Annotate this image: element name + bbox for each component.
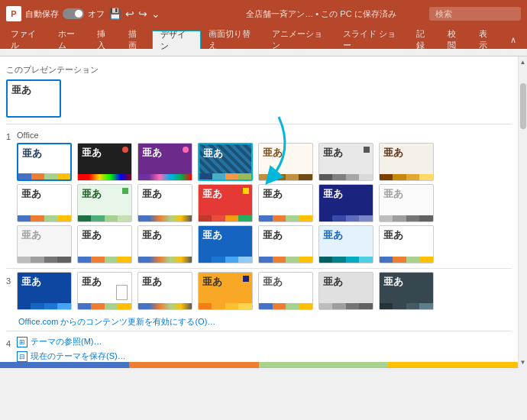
save-theme-icon: ⊟ — [17, 351, 27, 362]
thumb-bar-r3-1 — [18, 303, 71, 309]
theme-thumb-r3-1[interactable]: 亜あ — [17, 272, 72, 310]
this-presentation-label: このプレゼンテーション — [6, 64, 512, 76]
theme-thumb-r2-3[interactable]: 亜あ — [137, 184, 192, 222]
thumb-text-current: 亜あ — [8, 81, 60, 96]
tab-view[interactable]: 表示 — [471, 31, 503, 49]
theme-thumb-r2b-7[interactable]: 亜あ — [379, 225, 434, 263]
thumb-bar-r3-4 — [199, 303, 252, 309]
thumb-bar-4 — [199, 173, 251, 179]
theme-thumb-r2b-4[interactable]: 亜あ — [198, 225, 253, 263]
section1-number: 1 — [6, 128, 17, 141]
theme-thumb-r2b-6[interactable]: 亜あ — [318, 225, 373, 263]
tab-draw[interactable]: 描画 — [121, 31, 152, 49]
theme-thumb-r2b-1[interactable]: 亜あ — [17, 225, 72, 263]
theme-thumb-r2-5[interactable]: 亜あ — [258, 184, 313, 222]
redo-icon[interactable]: ↪ — [138, 8, 147, 20]
scroll-up-arrow[interactable]: ▲ — [520, 57, 526, 68]
section1-container: 1 Office 亜あ 亜あ — [6, 128, 512, 267]
thumb-bar-r2-7 — [380, 215, 433, 221]
theme-thumb-r2b-5[interactable]: 亜あ — [258, 225, 313, 263]
thumb-bar-r3-2 — [78, 303, 131, 309]
thumb-bar-r2-1 — [18, 215, 71, 221]
thumb-bar-r3-5 — [259, 303, 312, 309]
this-presentation-section: このプレゼンテーション 亜あ — [6, 64, 512, 118]
theme-thumb-r2-1[interactable]: 亜あ — [17, 184, 72, 222]
theme-thumb-office-5[interactable]: 亜あ — [258, 143, 313, 181]
office-section-label: Office — [17, 128, 512, 140]
tab-record[interactable]: 記録 — [409, 31, 440, 49]
section3-content: 亜あ 亜あ 亜あ — [17, 272, 512, 313]
thumb-bar-7 — [380, 174, 433, 180]
tab-review[interactable]: 校閲 — [440, 31, 471, 49]
this-presentation-thumb[interactable]: 亜あ — [6, 79, 61, 118]
thumb-bar-r3-3 — [138, 303, 192, 309]
search-input[interactable] — [429, 7, 521, 21]
tab-home[interactable]: ホーム — [50, 31, 89, 49]
thumb-bar-r2-4 — [199, 215, 252, 221]
theme-thumb-r3-5[interactable]: 亜あ — [258, 272, 313, 310]
theme-thumb-r2-4[interactable]: 亜あ — [198, 184, 253, 222]
tab-collapse[interactable]: ∧ — [503, 31, 524, 49]
powerpoint-icon: P — [6, 6, 21, 21]
theme-thumb-r2b-3[interactable]: 亜あ — [137, 225, 192, 263]
thumb-bar-r2b-6 — [319, 257, 373, 263]
office-com-link[interactable]: Office.com からのコンテンツ更新を有効にする(O)… — [18, 317, 215, 326]
theme-thumb-r3-6[interactable]: 亜あ — [318, 272, 373, 310]
thumb-bar-r2b-3 — [138, 257, 192, 263]
tab-slideshow[interactable]: スライド ショー — [335, 31, 409, 49]
section4-content: ⊞ テーマの参照(M)… ⊟ 現在のテーマを保存(S)… — [17, 334, 512, 363]
theme-thumb-r2b-2[interactable]: 亜あ — [77, 225, 132, 263]
toggle-knob — [75, 10, 82, 18]
theme-ref-icon: ⊞ — [17, 337, 27, 347]
thumb-bar-r3-6 — [319, 303, 373, 309]
ribbon-tab-bar: ファイル ホーム 挿入 描画 デザイン 画面切り替え アニメーション スライド … — [0, 27, 527, 49]
theme-row-1: 亜あ 亜あ 亜あ — [17, 143, 512, 181]
theme-thumb-r2-6[interactable]: 亜あ — [318, 184, 373, 222]
document-title: 全店舗一斉アン… • この PC に保存済み — [246, 9, 396, 18]
theme-thumb-r3-3[interactable]: 亜あ — [137, 272, 192, 310]
theme-thumb-r3-2[interactable]: 亜あ — [77, 272, 132, 310]
theme-ref-link[interactable]: ⊞ テーマの参照(M)… — [17, 334, 512, 349]
tab-design[interactable]: デザイン — [152, 31, 201, 49]
theme-thumb-office-6[interactable]: 亜あ — [318, 143, 373, 181]
save-icon[interactable]: 💾 — [108, 8, 121, 20]
thumb-bar-r2b-5 — [259, 257, 312, 263]
section4-number: 4 — [6, 334, 17, 348]
theme-thumb-office-1[interactable]: 亜あ — [17, 143, 72, 181]
undo-icon[interactable]: ↩ — [125, 8, 134, 20]
tab-transitions[interactable]: 画面切り替え — [201, 31, 264, 49]
thumb-bar-3 — [138, 174, 192, 180]
tab-file[interactable]: ファイル — [3, 31, 50, 49]
toggle-state-label: オフ — [88, 8, 105, 20]
thumb-bar-r2-2 — [78, 215, 131, 221]
thumb-bar-r2-5 — [259, 215, 312, 221]
tab-animations[interactable]: アニメーション — [264, 31, 335, 49]
theme-thumb-r3-4[interactable]: 亜あ — [198, 272, 253, 310]
main-content-area: このプレゼンテーション 亜あ 1 Office 亜あ — [0, 57, 527, 368]
thumb-bar-r2b-4 — [199, 257, 252, 263]
theme-row-3: 亜あ 亜あ 亜あ — [17, 272, 512, 310]
thumb-bar-r2b-1 — [18, 257, 71, 263]
theme-thumb-r3-7[interactable]: 亜あ — [379, 272, 434, 310]
thumb-bar-r2b-2 — [78, 257, 131, 263]
theme-thumb-r2-7[interactable]: 亜あ — [379, 184, 434, 222]
theme-thumb-r2-2[interactable]: 亜あ — [77, 184, 132, 222]
autosave-toggle[interactable] — [63, 8, 84, 19]
theme-panel[interactable]: このプレゼンテーション 亜あ 1 Office 亜あ — [0, 57, 518, 368]
theme-thumb-office-4[interactable]: 亜あ — [198, 143, 253, 181]
tab-insert[interactable]: 挿入 — [89, 31, 121, 49]
thumb-bar-1 — [18, 173, 70, 179]
theme-thumb-office-3[interactable]: 亜あ — [137, 143, 192, 181]
scroll-down-arrow[interactable]: ▼ — [520, 357, 526, 368]
scroll-thumb[interactable] — [520, 83, 526, 129]
office-com-link-container: Office.com からのコンテンツ更新を有効にする(O)… — [18, 316, 512, 328]
quick-access-icon[interactable]: ⌄ — [151, 8, 160, 20]
theme-thumb-office-7[interactable]: 亜あ — [379, 143, 434, 181]
thumb-bar-r2-3 — [138, 215, 192, 221]
scrollbar[interactable]: ▲ ▼ — [518, 57, 527, 368]
theme-thumb-office-2[interactable]: 亜あ — [77, 143, 132, 181]
title-bar-left: P 自動保存 オフ 💾 ↩ ↪ ⌄ — [6, 6, 213, 21]
thumb-bar-r2b-7 — [380, 257, 433, 263]
autosave-label: 自動保存 — [25, 8, 59, 20]
save-theme-label: 現在のテーマを保存(S)… — [31, 351, 126, 362]
